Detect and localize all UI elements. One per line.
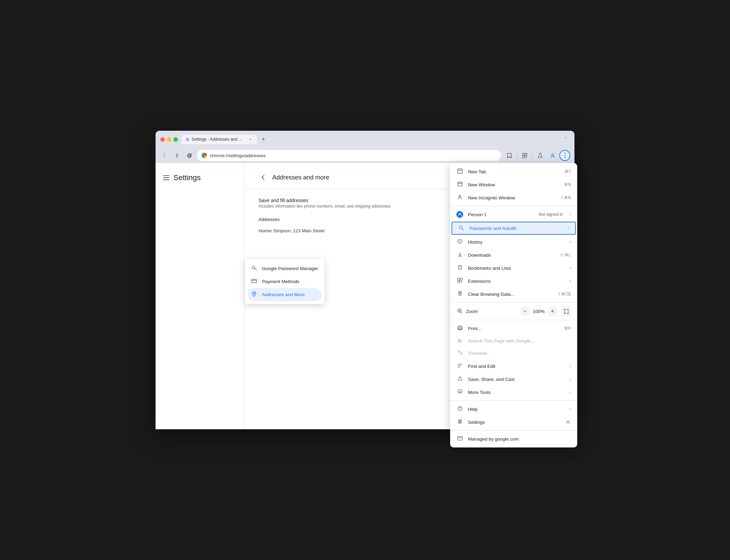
page-header-title: Addresses and more	[272, 174, 329, 181]
new-window-icon	[456, 181, 463, 188]
trash-icon	[456, 291, 463, 298]
maximize-button[interactable]	[173, 137, 178, 142]
menu-item-clear-data[interactable]: Clear Browsing Data... ⇧⌘⌫	[450, 288, 577, 301]
tab-bar: ⚙ Settings - Addresses and mo... × +	[181, 135, 559, 144]
extensions-icon	[456, 278, 463, 284]
bookmarks-arrow-icon: ›	[570, 266, 571, 270]
menu-label-bookmarks: Bookmarks and Lists	[468, 266, 565, 271]
minimize-button[interactable]	[167, 137, 171, 142]
menu-item-new-window[interactable]: New Window ⌘N	[450, 178, 577, 191]
traffic-lights	[160, 137, 178, 142]
extensions-arrow-icon: ›	[570, 279, 571, 283]
more-tools-arrow-icon: ›	[570, 390, 571, 395]
address-bar[interactable]: chrome://settings/addresses	[197, 150, 501, 161]
menu-item-settings[interactable]: Settings ⌘,	[450, 416, 577, 429]
menu-label-print: Print...	[468, 326, 559, 331]
zoom-in-button[interactable]: +	[548, 306, 557, 316]
settings-shortcut: ⌘,	[566, 420, 571, 424]
submenu-item-password-manager[interactable]: Google Password Manager	[245, 262, 324, 275]
print-icon	[456, 325, 463, 332]
menu-item-bookmarks[interactable]: Bookmarks and Lists ›	[450, 261, 577, 275]
menu-item-translate: Translate...	[450, 347, 577, 360]
menu-divider-4	[450, 400, 577, 401]
toolbar-icons: ⋮	[504, 150, 570, 161]
tab-favicon: ⚙	[185, 137, 190, 142]
extension-icon[interactable]	[519, 150, 530, 161]
menu-label-find-edit: Find and Edit	[468, 364, 565, 369]
sidebar: Settings	[156, 163, 245, 429]
tab-close-button[interactable]: ×	[248, 137, 253, 142]
help-icon	[456, 406, 463, 412]
svg-rect-8	[458, 182, 462, 186]
menu-item-find-edit[interactable]: Find and Edit ›	[450, 360, 577, 373]
settings-title: Settings	[156, 170, 244, 189]
profile-icon[interactable]	[547, 150, 558, 161]
key-icon	[251, 265, 257, 272]
menu-item-extensions[interactable]: Extensions ›	[450, 275, 577, 288]
find-icon	[456, 363, 463, 370]
submenu-item-addresses-more[interactable]: Addresses and More	[248, 288, 322, 301]
menu-label-incognito: New Incognito Window	[468, 195, 556, 200]
submenu-label-password-manager: Google Password Manager	[262, 266, 318, 271]
incognito-icon	[456, 194, 463, 201]
menu-label-more-tools: More Tools	[468, 390, 565, 395]
menu-label-history: History	[468, 240, 565, 245]
svg-point-3	[551, 153, 554, 155]
back-to-autofill-button[interactable]	[259, 173, 268, 182]
history-icon	[456, 238, 463, 245]
location-pin-icon	[251, 291, 257, 298]
menu-item-save-share[interactable]: Save, Share, and Cast ›	[450, 373, 577, 386]
menu-item-print[interactable]: Print... ⌘P	[450, 322, 577, 335]
downloads-shortcut: ⌥⌘L	[560, 253, 571, 257]
submenu-item-payment-methods[interactable]: Payment Methods	[245, 275, 324, 288]
menu-item-help[interactable]: Help ›	[450, 402, 577, 416]
menu-item-downloads[interactable]: Downloads ⌥⌘L	[450, 248, 577, 261]
svg-rect-5	[252, 279, 256, 283]
svg-rect-22	[457, 436, 462, 440]
menu-label-new-tab: New Tab	[468, 169, 560, 174]
menu-item-person[interactable]: Person 1 Not signed in ›	[450, 208, 577, 221]
menu-item-passwords-autofill[interactable]: Passwords and Autofill ›	[452, 222, 576, 235]
new-tab-button[interactable]: +	[259, 135, 268, 144]
svg-rect-14	[460, 278, 462, 280]
passwords-arrow-icon: ›	[568, 226, 570, 231]
menu-label-help: Help	[468, 407, 565, 412]
incognito-shortcut: ⇧⌘N	[560, 195, 571, 200]
menu-label-managed: Managed by google.com	[468, 436, 571, 442]
zoom-row: Zoom − 100% +	[450, 304, 577, 318]
forward-button[interactable]	[172, 151, 182, 160]
menu-label-save-share: Save, Share, and Cast	[468, 377, 565, 382]
menu-item-history[interactable]: History ›	[450, 235, 577, 248]
hamburger-icon[interactable]	[162, 174, 170, 182]
more-button[interactable]: ⋮	[559, 150, 570, 161]
svg-rect-15	[457, 281, 459, 283]
zoom-fullscreen-button[interactable]	[561, 306, 571, 316]
svg-rect-1	[525, 153, 527, 155]
managed-icon	[456, 435, 463, 442]
chrome-menu-chevron[interactable]: ˅	[562, 136, 570, 143]
zoom-label: Zoom	[466, 309, 478, 314]
downloads-icon	[456, 252, 463, 258]
menu-item-new-tab[interactable]: New Tab ⌘T	[450, 165, 577, 178]
passwords-icon	[458, 225, 465, 232]
svg-point-21	[459, 421, 460, 422]
help-arrow-icon: ›	[570, 407, 571, 411]
person-name-label: Person 1	[468, 212, 534, 217]
bookmark-icon[interactable]	[504, 150, 515, 161]
svg-point-9	[459, 196, 460, 197]
menu-item-incognito[interactable]: New Incognito Window ⇧⌘N	[450, 191, 577, 204]
back-button[interactable]	[160, 151, 169, 160]
svg-rect-7	[458, 169, 462, 173]
active-tab[interactable]: ⚙ Settings - Addresses and mo... ×	[181, 135, 257, 144]
menu-item-search-page: G Search This Page with Google...	[450, 335, 577, 347]
close-button[interactable]	[160, 137, 165, 142]
bookmarks-icon	[456, 265, 463, 271]
menu-item-more-tools[interactable]: More Tools ›	[450, 386, 577, 399]
labs-icon[interactable]	[535, 150, 546, 161]
new-tab-shortcut: ⌘T	[564, 169, 571, 174]
menu-item-managed: Managed by google.com	[450, 432, 577, 445]
print-shortcut: ⌘P	[564, 326, 571, 331]
refresh-button[interactable]	[184, 151, 194, 160]
new-tab-icon	[456, 168, 463, 175]
zoom-out-button[interactable]: −	[520, 306, 530, 316]
